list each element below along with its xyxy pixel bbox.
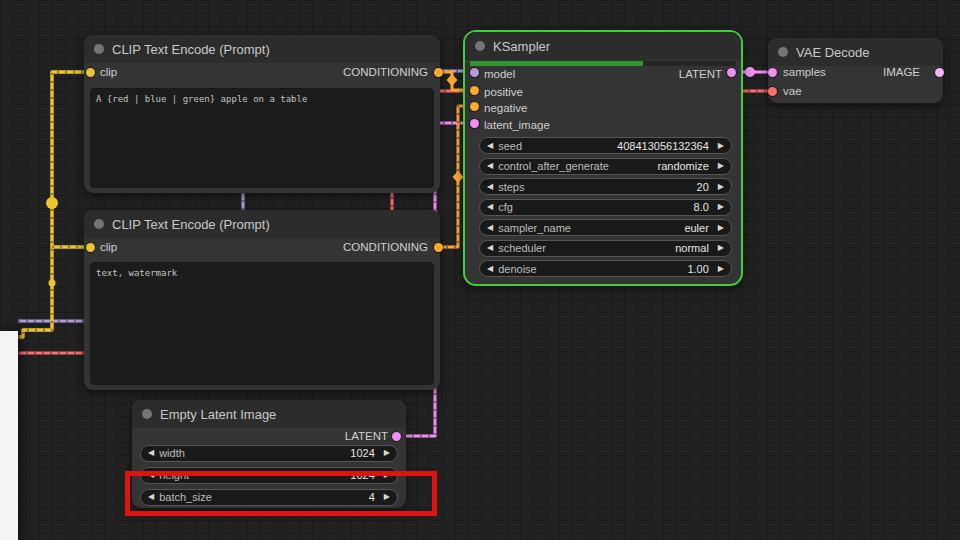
node-title: KSampler <box>493 39 550 54</box>
latent-image-input-port[interactable] <box>470 119 479 128</box>
clip-input-label: clip <box>100 66 117 78</box>
negative-input-port[interactable] <box>470 102 479 111</box>
model-input-port[interactable] <box>470 68 479 77</box>
node-title: CLIP Text Encode (Prompt) <box>112 217 270 232</box>
vae-input-label: vae <box>783 85 802 97</box>
latent-output-port[interactable] <box>727 68 736 77</box>
conditioning-output-label: CONDITIONING <box>343 66 428 78</box>
progress-bar <box>470 61 736 66</box>
increment-arrow-icon[interactable]: ▶ <box>718 162 724 170</box>
node-title-bar[interactable]: CLIP Text Encode (Prompt) <box>84 35 440 63</box>
decrement-arrow-icon[interactable]: ◀ <box>487 224 493 232</box>
prompt-textarea[interactable]: A {red | blue | green} apple on a table <box>90 88 434 188</box>
image-output-label: IMAGE <box>883 66 920 78</box>
width-widget[interactable]: ◀ width 1024 ▶ <box>140 445 398 462</box>
clip-input-port[interactable] <box>86 68 95 77</box>
decrement-arrow-icon[interactable]: ◀ <box>487 162 493 170</box>
conditioning-output-port[interactable] <box>434 243 443 252</box>
latent-link-midpoint-dot[interactable] <box>745 67 755 77</box>
collapse-dot-icon[interactable] <box>94 44 104 54</box>
scheduler-widget[interactable]: ◀ scheduler normal ▶ <box>479 240 732 257</box>
clip-input-port[interactable] <box>86 243 95 252</box>
latent-image-input-label: latent_image <box>484 119 550 131</box>
decrement-arrow-icon[interactable]: ◀ <box>487 244 493 252</box>
cfg-widget[interactable]: ◀ cfg 8.0 ▶ <box>479 199 732 216</box>
latent-output-port[interactable] <box>392 432 401 441</box>
node-title: CLIP Text Encode (Prompt) <box>112 42 270 57</box>
increment-arrow-icon[interactable]: ▶ <box>718 183 724 191</box>
ksampler-node[interactable]: KSampler model positive negative latent_… <box>463 30 743 286</box>
node-title: VAE Decode <box>796 45 869 60</box>
collapse-dot-icon[interactable] <box>94 219 104 229</box>
collapse-dot-icon[interactable] <box>475 41 485 51</box>
conditioning-output-port[interactable] <box>434 68 443 77</box>
conditioning-link-midpoint-diamond[interactable] <box>453 171 464 183</box>
batch-size-highlight-box <box>125 471 437 516</box>
clip-text-encode-negative-node[interactable]: CLIP Text Encode (Prompt) clip CONDITION… <box>84 210 440 390</box>
node-title-bar[interactable]: KSampler <box>465 32 741 60</box>
decrement-arrow-icon[interactable]: ◀ <box>487 203 493 211</box>
decrement-arrow-icon[interactable]: ◀ <box>148 449 154 457</box>
node-title: Empty Latent Image <box>160 407 276 422</box>
clip-link-midpoint-dot[interactable] <box>46 197 58 209</box>
increment-arrow-icon[interactable]: ▶ <box>384 449 390 457</box>
denoise-widget[interactable]: ◀ denoise 1.00 ▶ <box>479 260 732 277</box>
seed-widget[interactable]: ◀ seed 408413056132364 ▶ <box>479 137 732 154</box>
negative-input-label: negative <box>484 102 527 114</box>
positive-input-label: positive <box>484 86 523 98</box>
image-output-port[interactable] <box>935 68 944 77</box>
collapse-dot-icon[interactable] <box>778 47 788 57</box>
node-title-bar[interactable]: VAE Decode <box>768 38 943 66</box>
left-panel-edge <box>0 331 18 540</box>
decrement-arrow-icon[interactable]: ◀ <box>487 183 493 191</box>
conditioning-link-midpoint-diamond[interactable] <box>447 74 458 86</box>
decrement-arrow-icon[interactable]: ◀ <box>487 142 493 150</box>
graph-canvas[interactable]: CLIP Text Encode (Prompt) clip CONDITION… <box>0 0 960 540</box>
clip-text-encode-positive-node[interactable]: CLIP Text Encode (Prompt) clip CONDITION… <box>84 35 440 193</box>
vae-input-port[interactable] <box>768 87 777 96</box>
node-title-bar[interactable]: Empty Latent Image <box>132 400 406 428</box>
increment-arrow-icon[interactable]: ▶ <box>718 203 724 211</box>
samples-input-label: samples <box>783 66 826 78</box>
latent-output-label: LATENT <box>679 68 722 80</box>
increment-arrow-icon[interactable]: ▶ <box>718 224 724 232</box>
conditioning-output-label: CONDITIONING <box>343 241 428 253</box>
positive-input-port[interactable] <box>470 86 479 95</box>
model-input-label: model <box>484 68 515 80</box>
prompt-textarea[interactable]: text, watermark <box>90 262 434 385</box>
clip-link-midpoint-dot[interactable] <box>49 280 56 287</box>
clip-input-label: clip <box>100 241 117 253</box>
latent-output-label: LATENT <box>345 430 388 442</box>
node-title-bar[interactable]: CLIP Text Encode (Prompt) <box>84 210 440 238</box>
steps-widget[interactable]: ◀ steps 20 ▶ <box>479 178 732 195</box>
collapse-dot-icon[interactable] <box>142 409 152 419</box>
sampler-name-widget[interactable]: ◀ sampler_name euler ▶ <box>479 219 732 236</box>
control-after-generate-widget[interactable]: ◀ control_after_generate randomize ▶ <box>479 158 732 175</box>
vae-decode-node[interactable]: VAE Decode samples vae IMAGE <box>768 38 943 103</box>
decrement-arrow-icon[interactable]: ◀ <box>487 265 493 273</box>
samples-input-port[interactable] <box>768 68 777 77</box>
increment-arrow-icon[interactable]: ▶ <box>718 265 724 273</box>
increment-arrow-icon[interactable]: ▶ <box>718 142 724 150</box>
increment-arrow-icon[interactable]: ▶ <box>718 244 724 252</box>
